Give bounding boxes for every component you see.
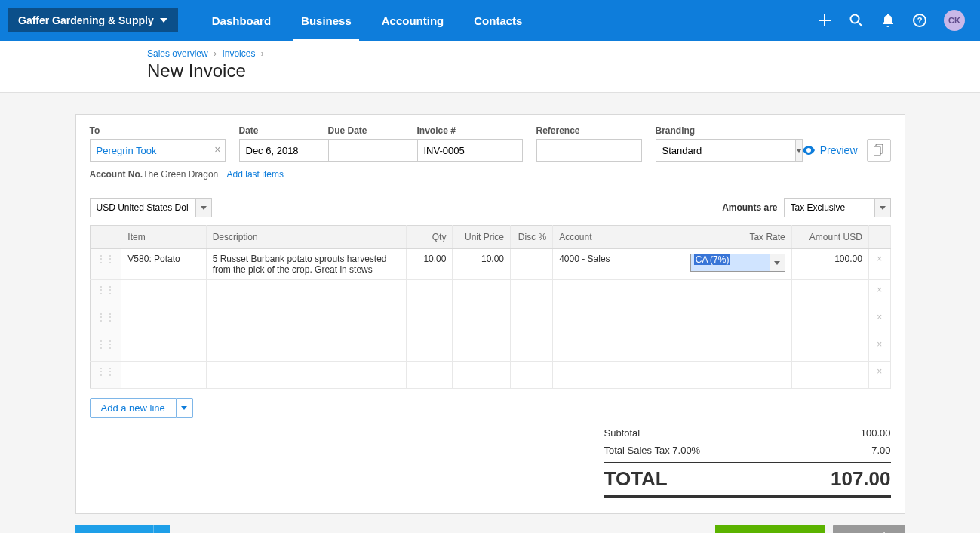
nav-accounting[interactable]: Accounting [367, 1, 459, 41]
to-label[interactable]: To [90, 125, 226, 136]
tax-rate-cell[interactable] [684, 334, 791, 362]
drag-handle-icon[interactable]: ⋮⋮ [90, 362, 121, 389]
tax-rate-input[interactable]: CA (7%) [690, 254, 770, 272]
unit-price-cell[interactable]: 10.00 [453, 249, 511, 280]
breadcrumb-sales-overview[interactable]: Sales overview [147, 48, 208, 59]
save-button[interactable]: Save [75, 525, 154, 533]
currency-select[interactable] [90, 198, 195, 217]
description-cell[interactable] [206, 307, 407, 334]
avatar[interactable]: CK [944, 10, 965, 31]
branding-select[interactable] [656, 139, 795, 162]
account-cell[interactable] [553, 307, 684, 334]
amount-cell[interactable] [791, 334, 868, 362]
col-description[interactable]: Description [206, 226, 407, 249]
date-label[interactable]: Date [239, 125, 315, 136]
disc-cell[interactable] [511, 334, 553, 362]
description-cell[interactable] [206, 280, 407, 307]
qty-cell[interactable] [407, 334, 453, 362]
description-cell[interactable] [206, 362, 407, 389]
col-amount[interactable]: Amount USD [791, 226, 868, 249]
amount-cell[interactable] [791, 280, 868, 307]
item-cell[interactable]: V580: Potato [121, 249, 206, 280]
amount-cell[interactable]: 100.00 [791, 249, 868, 280]
disc-cell[interactable] [511, 249, 553, 280]
drag-handle-icon[interactable]: ⋮⋮ [90, 280, 121, 307]
add-last-items-link[interactable]: Add last items [227, 169, 284, 180]
col-item[interactable]: Item [121, 226, 206, 249]
unit-price-cell[interactable] [453, 280, 511, 307]
account-cell[interactable] [553, 362, 684, 389]
search-icon[interactable] [849, 13, 864, 28]
item-cell[interactable] [121, 334, 206, 362]
preview-link[interactable]: Preview [802, 144, 858, 156]
amount-cell[interactable] [791, 307, 868, 334]
item-cell[interactable] [121, 307, 206, 334]
col-qty[interactable]: Qty [407, 226, 453, 249]
to-input[interactable] [90, 139, 226, 162]
unit-price-cell[interactable] [453, 334, 511, 362]
tax-rate-dropdown-button[interactable] [770, 254, 785, 272]
col-account[interactable]: Account [553, 226, 684, 249]
reference-input[interactable] [536, 139, 642, 162]
disc-cell[interactable] [511, 307, 553, 334]
delete-row-icon[interactable]: × [868, 362, 890, 389]
cancel-button[interactable]: Cancel [833, 525, 905, 533]
approve-button[interactable]: Approve [715, 525, 809, 533]
qty-cell[interactable] [407, 307, 453, 334]
approve-dropdown-button[interactable] [809, 525, 825, 533]
col-unit-price[interactable]: Unit Price [453, 226, 511, 249]
save-dropdown-button[interactable] [153, 525, 170, 533]
table-row[interactable]: ⋮⋮ × [90, 334, 890, 362]
due-date-label[interactable]: Due Date [328, 125, 404, 136]
breadcrumb-invoices[interactable]: Invoices [222, 48, 255, 59]
reference-label[interactable]: Reference [536, 125, 642, 136]
nav-dashboard[interactable]: Dashboard [197, 1, 286, 41]
unit-price-cell[interactable] [453, 362, 511, 389]
help-icon[interactable]: ? [912, 13, 927, 28]
item-cell[interactable] [121, 280, 206, 307]
table-row[interactable]: ⋮⋮ × [90, 362, 890, 389]
bell-icon[interactable] [880, 13, 896, 28]
delete-row-icon[interactable]: × [868, 307, 890, 334]
amounts-are-select[interactable] [784, 198, 874, 217]
account-cell[interactable] [553, 280, 684, 307]
description-cell[interactable] [206, 334, 407, 362]
tax-rate-cell[interactable] [684, 307, 791, 334]
drag-handle-icon[interactable]: ⋮⋮ [90, 334, 121, 362]
qty-cell[interactable] [407, 362, 453, 389]
invoice-no-label[interactable]: Invoice # [417, 125, 523, 136]
plus-icon[interactable] [817, 13, 832, 28]
clear-to-icon[interactable]: × [214, 143, 220, 156]
nav-business[interactable]: Business [286, 1, 367, 41]
qty-cell[interactable] [407, 280, 453, 307]
col-disc[interactable]: Disc % [511, 226, 553, 249]
org-selector[interactable]: Gaffer Gardening & Supply [8, 8, 178, 32]
drag-handle-icon[interactable]: ⋮⋮ [90, 307, 121, 334]
invoice-no-input[interactable] [417, 139, 523, 162]
tax-rate-cell[interactable] [684, 362, 791, 389]
table-row[interactable]: ⋮⋮ × [90, 307, 890, 334]
description-cell[interactable]: 5 Russet Burbank potato sprouts harveste… [206, 249, 407, 280]
delete-row-icon[interactable]: × [868, 249, 890, 280]
currency-dropdown-button[interactable] [195, 198, 212, 217]
amount-cell[interactable] [791, 362, 868, 389]
delete-row-icon[interactable]: × [868, 280, 890, 307]
nav-contacts[interactable]: Contacts [459, 1, 537, 41]
add-line-dropdown-button[interactable] [177, 398, 193, 418]
col-tax-rate[interactable]: Tax Rate [684, 226, 791, 249]
branding-label[interactable]: Branding [656, 125, 769, 136]
drag-handle-icon[interactable]: ⋮⋮ [90, 249, 121, 280]
table-row[interactable]: ⋮⋮ × [90, 280, 890, 307]
amounts-are-dropdown-button[interactable] [874, 198, 891, 217]
account-cell[interactable]: 4000 - Sales [553, 249, 684, 280]
tax-rate-cell[interactable] [684, 280, 791, 307]
unit-price-cell[interactable] [453, 307, 511, 334]
delete-row-icon[interactable]: × [868, 334, 890, 362]
account-cell[interactable] [553, 334, 684, 362]
disc-cell[interactable] [511, 280, 553, 307]
add-line-button[interactable]: Add a new line [90, 398, 177, 418]
qty-cell[interactable]: 10.00 [407, 249, 453, 280]
item-cell[interactable] [121, 362, 206, 389]
table-row[interactable]: ⋮⋮ V580: Potato 5 Russet Burbank potato … [90, 249, 890, 280]
disc-cell[interactable] [511, 362, 553, 389]
